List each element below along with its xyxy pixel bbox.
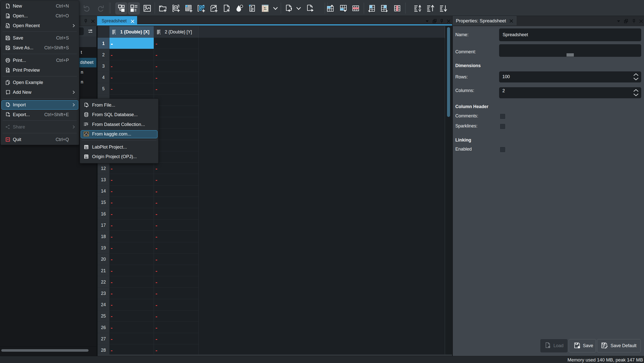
svg-text:Σ: Σ (264, 6, 266, 11)
